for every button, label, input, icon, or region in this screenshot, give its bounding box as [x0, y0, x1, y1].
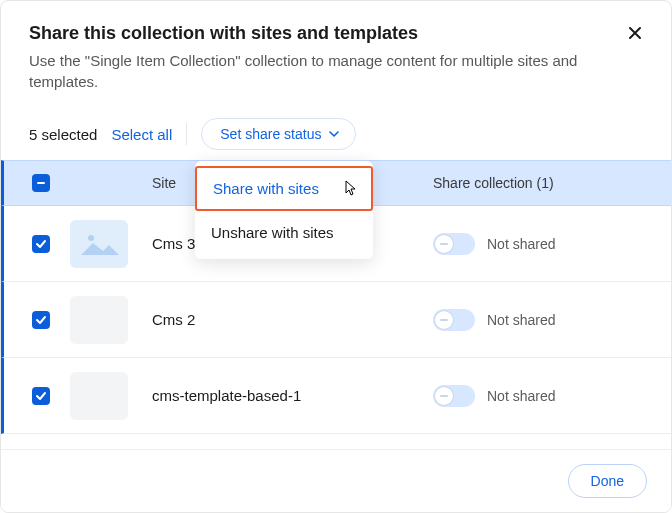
dropdown-item-share[interactable]: Share with sites	[195, 166, 373, 211]
check-icon	[35, 390, 47, 402]
dropdown-item-unshare[interactable]: Unshare with sites	[195, 212, 373, 253]
modal-footer: Done	[1, 449, 671, 512]
set-share-label: Set share status	[220, 126, 321, 142]
share-status: Not shared	[487, 388, 555, 404]
site-name: cms-template-based-1	[152, 387, 433, 404]
share-status-dropdown: Share with sites Unshare with sites	[195, 161, 373, 259]
share-status: Not shared	[487, 236, 555, 252]
share-collection-modal: Share this collection with sites and tem…	[0, 0, 672, 513]
row-checkbox[interactable]	[32, 387, 50, 405]
close-icon	[627, 25, 643, 41]
selected-count: 5 selected	[29, 126, 97, 143]
minus-icon	[37, 182, 45, 184]
minus-icon	[440, 395, 448, 397]
modal-title: Share this collection with sites and tem…	[29, 23, 643, 44]
header-checkbox-indeterminate[interactable]	[32, 174, 50, 192]
site-name: Cms 2	[152, 311, 433, 328]
done-button[interactable]: Done	[568, 464, 647, 498]
site-thumbnail	[70, 372, 128, 420]
select-all-link[interactable]: Select all	[111, 126, 172, 143]
cursor-pointer-icon	[341, 180, 357, 198]
set-share-status-button[interactable]: Set share status	[201, 118, 356, 150]
share-toggle[interactable]	[433, 309, 475, 331]
check-icon	[35, 238, 47, 250]
check-icon	[35, 314, 47, 326]
row-checkbox[interactable]	[32, 311, 50, 329]
column-share-label: Share collection (1)	[433, 175, 643, 191]
share-toggle[interactable]	[433, 233, 475, 255]
minus-icon	[440, 243, 448, 245]
modal-header: Share this collection with sites and tem…	[1, 1, 671, 104]
chevron-down-icon	[329, 129, 339, 139]
modal-subtitle: Use the "Single Item Collection" collect…	[29, 50, 589, 92]
share-toggle[interactable]	[433, 385, 475, 407]
controls-bar: 5 selected Select all Set share status	[1, 104, 671, 160]
table-row: Cms 2 Not shared	[1, 282, 671, 358]
image-placeholder-icon	[79, 229, 119, 259]
site-thumbnail	[70, 296, 128, 344]
divider	[186, 123, 187, 145]
share-status: Not shared	[487, 312, 555, 328]
row-checkbox[interactable]	[32, 235, 50, 253]
close-button[interactable]	[621, 19, 649, 47]
site-thumbnail	[70, 220, 128, 268]
minus-icon	[440, 319, 448, 321]
table-row: cms-template-based-1 Not shared	[1, 358, 671, 434]
svg-point-0	[88, 235, 94, 241]
